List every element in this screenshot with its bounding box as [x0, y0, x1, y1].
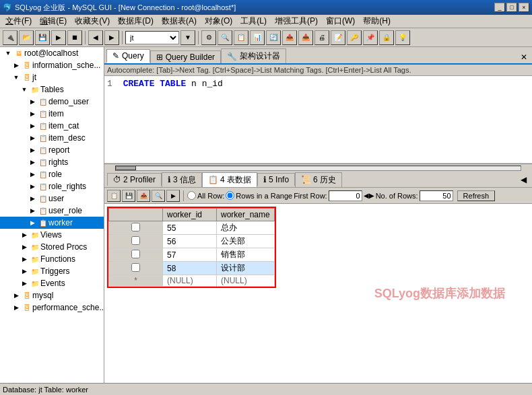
menu-window[interactable]: 窗口(W) — [322, 14, 359, 28]
tb-action13[interactable]: 💡 — [395, 30, 410, 45]
db-arrow-button[interactable]: ▼ — [180, 30, 195, 45]
scroll-thumb[interactable] — [116, 166, 136, 170]
schema-tab-label: 架构设计器 — [240, 50, 280, 62]
sidebar-item-demo-user[interactable]: ▶ 📋 demo_user — [0, 96, 104, 108]
sidebar-item-triggers[interactable]: ▶ 📁 Triggers — [0, 265, 104, 277]
result-tb-btn5[interactable]: ▶ — [166, 190, 180, 202]
new-connection-button[interactable]: 🔌 — [3, 30, 18, 45]
tb-action6[interactable]: 📤 — [282, 30, 297, 45]
back-button[interactable]: ◀ — [88, 30, 103, 45]
all-rows-radio[interactable] — [187, 191, 196, 200]
sidebar-item-events[interactable]: ▶ 📁 Events — [0, 277, 104, 289]
sidebar-item-item[interactable]: ▶ 📋 item — [0, 108, 104, 120]
cell-worker-name[interactable]: 总办 — [217, 221, 275, 235]
run-button[interactable]: ▶ — [51, 30, 66, 45]
panel-close-button[interactable]: ✕ — [518, 51, 530, 63]
sidebar-item-functions[interactable]: ▶ 📁 Functions — [0, 253, 104, 265]
tb-action9[interactable]: 📝 — [331, 30, 345, 45]
tb-action3[interactable]: 📋 — [234, 30, 248, 45]
cell-worker-name[interactable]: 销售部 — [217, 248, 275, 262]
cell-worker-name[interactable]: 公关部 — [217, 235, 275, 248]
close-button[interactable]: × — [519, 3, 529, 12]
maximize-button[interactable]: □ — [506, 3, 517, 12]
menu-table[interactable]: 数据表(A) — [158, 14, 201, 28]
forward-button[interactable]: ▶ — [104, 30, 119, 45]
result-tb-btn3[interactable]: 📤 — [137, 190, 150, 202]
menu-file[interactable]: 文件(F) — [1, 14, 36, 28]
tb-action2[interactable]: 🔍 — [218, 30, 232, 45]
cell-worker-id[interactable]: 56 — [163, 235, 217, 248]
tb-action5[interactable]: 🔄 — [266, 30, 281, 45]
menu-edit[interactable]: 编辑(E) — [36, 14, 71, 28]
table-row[interactable]: 56 公关部 — [109, 235, 275, 248]
menu-tools[interactable]: 工具(L) — [236, 14, 271, 28]
sidebar-item-tables[interactable]: ▼ 📁 Tables — [0, 83, 104, 96]
cell-worker-name[interactable]: 设计部 — [217, 262, 275, 275]
menu-object[interactable]: 对象(O) — [201, 14, 236, 28]
refresh-button[interactable]: Refresh — [457, 190, 496, 201]
stop-button[interactable]: ⏹ — [67, 30, 82, 45]
tb-action7[interactable]: 📥 — [298, 30, 313, 45]
result-tb-btn2[interactable]: 💾 — [122, 190, 135, 202]
tab-schema-designer[interactable]: 🔧 架构设计器 — [221, 48, 286, 63]
table-row[interactable]: 58 设计部 — [109, 262, 275, 275]
sidebar-item-role-rights[interactable]: ▶ 📋 role_rights — [0, 180, 104, 192]
sidebar-item-jt[interactable]: ▼ 🗄 jt — [0, 71, 104, 83]
sidebar-item-item-desc[interactable]: ▶ 📋 item_desc — [0, 132, 104, 144]
sql-editor[interactable]: 1 CREATE TABLE n n_id — [104, 76, 532, 164]
open-button[interactable]: 📂 — [19, 30, 34, 45]
tab-profiler[interactable]: ⏱ 2 Profiler — [107, 173, 162, 186]
table-row[interactable]: 55 总办 — [109, 221, 275, 235]
row-checkbox[interactable] — [109, 221, 163, 235]
first-row-input[interactable] — [329, 190, 362, 201]
tab-query-builder[interactable]: ⊞ Query Builder — [150, 50, 221, 63]
sidebar-item-performance-schema[interactable]: ▶ 🗄 performance_sche... — [0, 301, 104, 314]
database-combo[interactable]: jt — [125, 31, 179, 44]
cell-worker-name-null[interactable]: (NULL) — [217, 275, 275, 287]
tab-result-info[interactable]: ℹ 5 Info — [257, 173, 295, 186]
sidebar-item-rights[interactable]: ▶ 📋 rights — [0, 156, 104, 168]
sidebar-item-item-cat[interactable]: ▶ 📋 item_cat — [0, 120, 104, 132]
save-button[interactable]: 💾 — [35, 30, 50, 45]
sidebar-item-role[interactable]: ▶ 📋 role — [0, 168, 104, 180]
result-tb-btn4[interactable]: 🔍 — [152, 190, 165, 202]
menu-help[interactable]: 帮助(H) — [359, 14, 395, 28]
editor-scrollbar[interactable] — [104, 164, 532, 172]
tb-action11[interactable]: 📌 — [363, 30, 378, 45]
menu-enhanced[interactable]: 增强工具(P) — [271, 14, 322, 28]
cell-worker-id[interactable]: 58 — [163, 262, 217, 275]
table-row-new[interactable]: * (NULL) (NULL) — [109, 275, 275, 287]
sidebar-item-mysql[interactable]: ▶ 🗄 mysql — [0, 289, 104, 301]
tb-action10[interactable]: 🔑 — [347, 30, 362, 45]
tab-table-data[interactable]: 📋 4 表数据 — [202, 172, 257, 187]
table-row[interactable]: 57 销售部 — [109, 248, 275, 262]
tb-action4[interactable]: 📊 — [250, 30, 265, 45]
tab-info[interactable]: ℹ 3 信息 — [162, 172, 202, 187]
row-checkbox[interactable] — [109, 235, 163, 248]
cell-worker-id-null[interactable]: (NULL) — [163, 275, 217, 287]
menu-favorites[interactable]: 收藏夹(V) — [71, 14, 114, 28]
menu-database[interactable]: 数据库(D) — [114, 14, 158, 28]
sidebar-item-worker[interactable]: ▶ 📋 worker — [0, 217, 104, 229]
sidebar-item-stored-procs[interactable]: ▶ 📁 Stored Procs — [0, 241, 104, 253]
tab-query[interactable]: ✎ Query — [106, 49, 150, 63]
cell-worker-id[interactable]: 55 — [163, 221, 217, 235]
tb-action1[interactable]: ⚙ — [201, 30, 216, 45]
sidebar-item-user-role[interactable]: ▶ 📋 user_role — [0, 205, 104, 217]
row-checkbox[interactable] — [109, 262, 163, 275]
minimize-button[interactable]: _ — [494, 3, 505, 12]
tb-action8[interactable]: 🖨 — [314, 30, 329, 45]
cell-worker-id[interactable]: 57 — [163, 248, 217, 262]
tb-action12[interactable]: 🔒 — [379, 30, 394, 45]
sidebar-item-information-schema[interactable]: ▶ 🗄 information_sche... — [0, 59, 104, 71]
result-panel-collapse[interactable]: ◀ — [518, 174, 529, 186]
row-checkbox[interactable] — [109, 248, 163, 262]
sidebar-item-views[interactable]: ▶ 📁 Views — [0, 229, 104, 241]
tab-history[interactable]: 📜 6 历史 — [295, 172, 342, 187]
no-of-rows-input[interactable] — [420, 190, 453, 201]
sidebar-item-report[interactable]: ▶ 📋 report — [0, 144, 104, 156]
result-tb-btn1[interactable]: 📋 — [107, 190, 121, 202]
rows-in-range-radio[interactable] — [226, 191, 234, 200]
sidebar-item-user[interactable]: ▶ 📋 user — [0, 192, 104, 205]
sidebar-item-root[interactable]: ▼ 🖥 root@localhost — [0, 47, 104, 59]
